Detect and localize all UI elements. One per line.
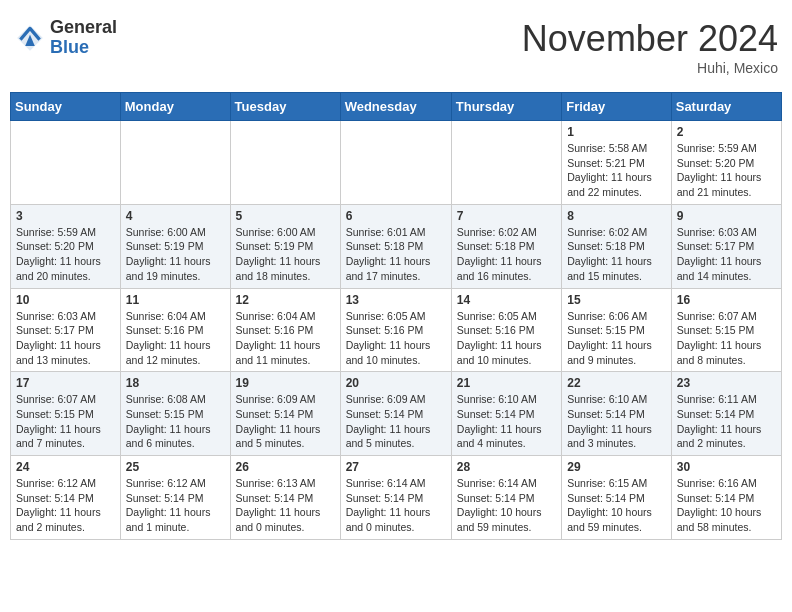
- day-info: Sunrise: 6:05 AM Sunset: 5:16 PM Dayligh…: [457, 309, 556, 368]
- day-info: Sunrise: 6:02 AM Sunset: 5:18 PM Dayligh…: [567, 225, 666, 284]
- weekday-header-thursday: Thursday: [451, 93, 561, 121]
- weekday-header-monday: Monday: [120, 93, 230, 121]
- day-info: Sunrise: 6:08 AM Sunset: 5:15 PM Dayligh…: [126, 392, 225, 451]
- week-row-5: 24Sunrise: 6:12 AM Sunset: 5:14 PM Dayli…: [11, 456, 782, 540]
- week-row-2: 3Sunrise: 5:59 AM Sunset: 5:20 PM Daylig…: [11, 204, 782, 288]
- week-row-1: 1Sunrise: 5:58 AM Sunset: 5:21 PM Daylig…: [11, 121, 782, 205]
- day-info: Sunrise: 6:09 AM Sunset: 5:14 PM Dayligh…: [346, 392, 446, 451]
- day-number: 7: [457, 209, 556, 223]
- title-section: November 2024 Huhi, Mexico: [522, 18, 778, 76]
- day-number: 13: [346, 293, 446, 307]
- location-text: Huhi, Mexico: [522, 60, 778, 76]
- day-cell: [340, 121, 451, 205]
- day-info: Sunrise: 6:09 AM Sunset: 5:14 PM Dayligh…: [236, 392, 335, 451]
- day-number: 11: [126, 293, 225, 307]
- day-number: 8: [567, 209, 666, 223]
- day-cell: 24Sunrise: 6:12 AM Sunset: 5:14 PM Dayli…: [11, 456, 121, 540]
- day-info: Sunrise: 6:16 AM Sunset: 5:14 PM Dayligh…: [677, 476, 776, 535]
- day-cell: 13Sunrise: 6:05 AM Sunset: 5:16 PM Dayli…: [340, 288, 451, 372]
- day-number: 17: [16, 376, 115, 390]
- week-row-3: 10Sunrise: 6:03 AM Sunset: 5:17 PM Dayli…: [11, 288, 782, 372]
- logo-icon: [14, 22, 46, 54]
- day-info: Sunrise: 6:10 AM Sunset: 5:14 PM Dayligh…: [457, 392, 556, 451]
- day-number: 27: [346, 460, 446, 474]
- weekday-header-tuesday: Tuesday: [230, 93, 340, 121]
- day-number: 24: [16, 460, 115, 474]
- day-number: 5: [236, 209, 335, 223]
- day-cell: 17Sunrise: 6:07 AM Sunset: 5:15 PM Dayli…: [11, 372, 121, 456]
- calendar-table: SundayMondayTuesdayWednesdayThursdayFrid…: [10, 92, 782, 540]
- day-cell: 16Sunrise: 6:07 AM Sunset: 5:15 PM Dayli…: [671, 288, 781, 372]
- day-number: 15: [567, 293, 666, 307]
- day-cell: 8Sunrise: 6:02 AM Sunset: 5:18 PM Daylig…: [562, 204, 672, 288]
- day-number: 2: [677, 125, 776, 139]
- day-number: 3: [16, 209, 115, 223]
- day-number: 20: [346, 376, 446, 390]
- day-info: Sunrise: 6:01 AM Sunset: 5:18 PM Dayligh…: [346, 225, 446, 284]
- day-cell: 12Sunrise: 6:04 AM Sunset: 5:16 PM Dayli…: [230, 288, 340, 372]
- day-cell: 1Sunrise: 5:58 AM Sunset: 5:21 PM Daylig…: [562, 121, 672, 205]
- day-cell: 20Sunrise: 6:09 AM Sunset: 5:14 PM Dayli…: [340, 372, 451, 456]
- day-info: Sunrise: 6:00 AM Sunset: 5:19 PM Dayligh…: [126, 225, 225, 284]
- day-cell: 5Sunrise: 6:00 AM Sunset: 5:19 PM Daylig…: [230, 204, 340, 288]
- day-info: Sunrise: 6:07 AM Sunset: 5:15 PM Dayligh…: [677, 309, 776, 368]
- weekday-header-row: SundayMondayTuesdayWednesdayThursdayFrid…: [11, 93, 782, 121]
- day-cell: 30Sunrise: 6:16 AM Sunset: 5:14 PM Dayli…: [671, 456, 781, 540]
- day-cell: 22Sunrise: 6:10 AM Sunset: 5:14 PM Dayli…: [562, 372, 672, 456]
- day-info: Sunrise: 6:03 AM Sunset: 5:17 PM Dayligh…: [677, 225, 776, 284]
- day-cell: [230, 121, 340, 205]
- day-cell: 19Sunrise: 6:09 AM Sunset: 5:14 PM Dayli…: [230, 372, 340, 456]
- day-cell: 10Sunrise: 6:03 AM Sunset: 5:17 PM Dayli…: [11, 288, 121, 372]
- day-info: Sunrise: 6:12 AM Sunset: 5:14 PM Dayligh…: [126, 476, 225, 535]
- day-cell: 3Sunrise: 5:59 AM Sunset: 5:20 PM Daylig…: [11, 204, 121, 288]
- day-cell: 27Sunrise: 6:14 AM Sunset: 5:14 PM Dayli…: [340, 456, 451, 540]
- day-cell: 28Sunrise: 6:14 AM Sunset: 5:14 PM Dayli…: [451, 456, 561, 540]
- day-number: 21: [457, 376, 556, 390]
- day-cell: 25Sunrise: 6:12 AM Sunset: 5:14 PM Dayli…: [120, 456, 230, 540]
- day-number: 12: [236, 293, 335, 307]
- day-number: 6: [346, 209, 446, 223]
- day-info: Sunrise: 6:10 AM Sunset: 5:14 PM Dayligh…: [567, 392, 666, 451]
- logo-general-text: General: [50, 18, 117, 38]
- day-number: 22: [567, 376, 666, 390]
- weekday-header-friday: Friday: [562, 93, 672, 121]
- day-info: Sunrise: 6:02 AM Sunset: 5:18 PM Dayligh…: [457, 225, 556, 284]
- day-number: 14: [457, 293, 556, 307]
- day-cell: 7Sunrise: 6:02 AM Sunset: 5:18 PM Daylig…: [451, 204, 561, 288]
- weekday-header-wednesday: Wednesday: [340, 93, 451, 121]
- day-cell: [451, 121, 561, 205]
- weekday-header-saturday: Saturday: [671, 93, 781, 121]
- day-info: Sunrise: 6:04 AM Sunset: 5:16 PM Dayligh…: [126, 309, 225, 368]
- day-info: Sunrise: 6:13 AM Sunset: 5:14 PM Dayligh…: [236, 476, 335, 535]
- day-cell: 6Sunrise: 6:01 AM Sunset: 5:18 PM Daylig…: [340, 204, 451, 288]
- day-number: 26: [236, 460, 335, 474]
- logo-text: General Blue: [50, 18, 117, 58]
- day-cell: 9Sunrise: 6:03 AM Sunset: 5:17 PM Daylig…: [671, 204, 781, 288]
- day-number: 28: [457, 460, 556, 474]
- day-info: Sunrise: 5:58 AM Sunset: 5:21 PM Dayligh…: [567, 141, 666, 200]
- day-cell: 29Sunrise: 6:15 AM Sunset: 5:14 PM Dayli…: [562, 456, 672, 540]
- day-cell: [11, 121, 121, 205]
- page-header: General Blue November 2024 Huhi, Mexico: [10, 10, 782, 84]
- month-title: November 2024: [522, 18, 778, 60]
- day-number: 25: [126, 460, 225, 474]
- day-cell: 21Sunrise: 6:10 AM Sunset: 5:14 PM Dayli…: [451, 372, 561, 456]
- day-cell: 18Sunrise: 6:08 AM Sunset: 5:15 PM Dayli…: [120, 372, 230, 456]
- day-number: 9: [677, 209, 776, 223]
- day-number: 4: [126, 209, 225, 223]
- day-info: Sunrise: 6:00 AM Sunset: 5:19 PM Dayligh…: [236, 225, 335, 284]
- day-number: 30: [677, 460, 776, 474]
- day-info: Sunrise: 6:07 AM Sunset: 5:15 PM Dayligh…: [16, 392, 115, 451]
- day-info: Sunrise: 6:05 AM Sunset: 5:16 PM Dayligh…: [346, 309, 446, 368]
- day-info: Sunrise: 6:12 AM Sunset: 5:14 PM Dayligh…: [16, 476, 115, 535]
- day-number: 10: [16, 293, 115, 307]
- day-info: Sunrise: 5:59 AM Sunset: 5:20 PM Dayligh…: [16, 225, 115, 284]
- day-number: 16: [677, 293, 776, 307]
- day-cell: 14Sunrise: 6:05 AM Sunset: 5:16 PM Dayli…: [451, 288, 561, 372]
- day-info: Sunrise: 6:04 AM Sunset: 5:16 PM Dayligh…: [236, 309, 335, 368]
- logo-blue-text: Blue: [50, 38, 117, 58]
- day-info: Sunrise: 6:14 AM Sunset: 5:14 PM Dayligh…: [457, 476, 556, 535]
- day-number: 18: [126, 376, 225, 390]
- day-number: 29: [567, 460, 666, 474]
- day-cell: 15Sunrise: 6:06 AM Sunset: 5:15 PM Dayli…: [562, 288, 672, 372]
